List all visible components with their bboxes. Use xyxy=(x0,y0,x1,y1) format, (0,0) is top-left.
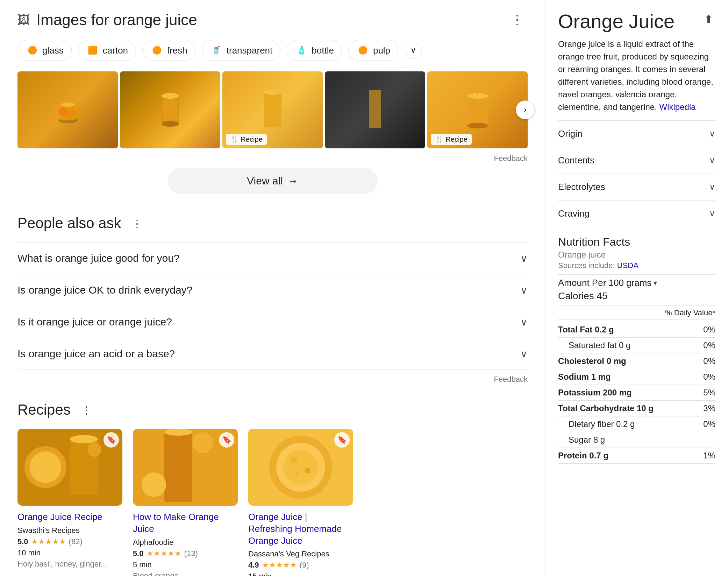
faq-item-2[interactable]: Is it orange juice or orange juice? ∨ xyxy=(17,306,528,338)
nutrition-label-5: Total Carbohydrate 10 g xyxy=(558,403,703,413)
paa-feedback-label[interactable]: Feedback xyxy=(17,375,528,384)
panel-section-origin-label: Origin xyxy=(558,128,582,139)
bookmark-button-0[interactable]: 🔖 xyxy=(104,432,119,448)
nutrition-divider-calories xyxy=(558,305,715,305)
bookmark-button-2[interactable]: 🔖 xyxy=(334,432,350,448)
panel-header: Orange Juice ⬆ xyxy=(558,10,715,32)
nutrition-subtitle: Orange juice xyxy=(558,250,715,260)
share-button[interactable]: ⬆ xyxy=(702,10,715,28)
nutrition-label-1: Saturated fat 0 g xyxy=(569,340,703,350)
usda-link[interactable]: USDA xyxy=(617,261,638,270)
faq-item-3[interactable]: Is orange juice an acid or a base? ∨ xyxy=(17,338,528,370)
panel-section-origin[interactable]: Origin ∨ xyxy=(558,121,715,147)
chip-carton-icon: 🟧 xyxy=(86,44,99,57)
rating-value-2: 4.9 xyxy=(248,561,259,570)
view-all-arrow: → xyxy=(288,175,298,187)
recipe-title-2[interactable]: Orange Juice | Refreshing Homemade Orang… xyxy=(248,511,353,547)
faq-item-0[interactable]: What is orange juice good for you? ∨ xyxy=(17,242,528,274)
chip-bottle-label: bottle xyxy=(312,45,334,56)
chip-carton[interactable]: 🟧 carton xyxy=(78,40,136,61)
nutrition-label-6: Dietary fiber 0.2 g xyxy=(569,419,703,429)
recipe-source-0: Swasthi's Recipes xyxy=(17,526,122,535)
amount-per-dropdown[interactable]: ▾ xyxy=(654,279,657,287)
faq-item-1[interactable]: Is orange juice OK to drink everyday? ∨ xyxy=(17,274,528,306)
image-icon: 🖼 xyxy=(17,13,30,27)
panel-chevron-craving: ∨ xyxy=(709,209,715,218)
recipe-title-1[interactable]: How to Make Orange Juice xyxy=(133,511,238,535)
image-cell-2[interactable] xyxy=(120,71,220,148)
right-panel: Orange Juice ⬆ Orange juice is a liquid … xyxy=(545,0,728,576)
nutrition-label-2: Cholesterol 0 mg xyxy=(558,356,703,366)
chip-carton-label: carton xyxy=(103,45,128,56)
svg-point-28 xyxy=(142,472,166,497)
images-header: 🖼 Images for orange juice ⋮ xyxy=(17,10,528,29)
chip-glass-icon: 🟠 xyxy=(26,44,39,57)
nutrition-pct-0: 0% xyxy=(703,325,715,335)
recipe-card-1[interactable]: 🔖 How to Make Orange Juice Alphafoodie 5… xyxy=(133,429,238,576)
paa-menu-button[interactable]: ⋮ xyxy=(128,215,147,232)
recipes-menu-button[interactable]: ⋮ xyxy=(77,402,96,418)
svg-point-16 xyxy=(467,123,488,128)
nutrition-pct-4: 5% xyxy=(703,388,715,398)
header-more-options-button[interactable]: ⋮ xyxy=(507,10,528,29)
nutrition-pct-2: 0% xyxy=(703,356,715,366)
dv-header: % Daily Value* xyxy=(558,308,715,320)
faq-question-3: Is orange juice an acid or a base? xyxy=(17,348,175,360)
faq-question-1: Is orange juice OK to drink everyday? xyxy=(17,284,192,296)
chip-glass[interactable]: 🟠 glass xyxy=(17,40,72,61)
chip-transparent[interactable]: 🥤 transparent xyxy=(202,40,281,61)
chips-expand-button[interactable]: ∨ xyxy=(405,42,422,59)
rating-count-2: (9) xyxy=(300,561,309,570)
image-grid-next-button[interactable]: › xyxy=(516,100,535,119)
chip-transparent-icon: 🥤 xyxy=(210,44,223,57)
faq-chevron-1: ∨ xyxy=(520,285,528,296)
nutrition-pct-5: 3% xyxy=(703,403,715,413)
nutrition-divider-top xyxy=(558,274,715,275)
svg-rect-8 xyxy=(163,99,178,121)
panel-section-craving[interactable]: Craving ∨ xyxy=(558,201,715,227)
chip-fresh-icon: 🟠 xyxy=(150,44,164,57)
nutrition-row-6: Dietary fiber 0.2 g 0% xyxy=(558,416,715,432)
rating-count-0: (82) xyxy=(69,537,83,546)
chip-fresh[interactable]: 🟠 fresh xyxy=(142,40,195,61)
recipe-badge-3: 🍴 Recipe xyxy=(226,134,267,145)
svg-point-20 xyxy=(30,451,61,483)
image-cell-4[interactable] xyxy=(325,71,425,148)
images-title: Images for orange juice xyxy=(36,11,197,29)
recipes-section: Recipes ⋮ 🔖 Orange Juice Recipe xyxy=(17,401,528,576)
svg-rect-25 xyxy=(164,432,192,502)
panel-chevron-origin: ∨ xyxy=(709,129,715,139)
recipe-card-2[interactable]: 🔖 Orange Juice | Refreshing Homemade Ora… xyxy=(248,429,353,576)
faq-chevron-3: ∨ xyxy=(520,348,528,360)
svg-rect-14 xyxy=(467,96,488,126)
nutrition-row-4: Potassium 200 mg 5% xyxy=(558,385,715,401)
svg-point-27 xyxy=(192,432,213,453)
recipe-thumb-1: 🔖 xyxy=(133,429,238,506)
nutrition-row-2: Cholesterol 0 mg 0% xyxy=(558,353,715,369)
faq-question-0: What is orange juice good for you? xyxy=(17,252,180,264)
panel-title: Orange Juice xyxy=(558,10,675,32)
wikipedia-link[interactable]: Wikipedia xyxy=(659,102,696,112)
chip-pulp-label: pulp xyxy=(373,45,390,56)
nutrition-row-5: Total Carbohydrate 10 g 3% xyxy=(558,401,715,416)
left-panel: 🖼 Images for orange juice ⋮ 🟠 glass 🟧 ca… xyxy=(0,0,545,576)
panel-section-contents[interactable]: Contents ∨ xyxy=(558,147,715,174)
rating-count-1: (13) xyxy=(184,549,198,558)
image-cell-5[interactable]: 🍴 Recipe xyxy=(427,71,528,148)
recipe-card-0[interactable]: 🔖 Orange Juice Recipe Swasthi's Recipes … xyxy=(17,429,122,576)
chip-pulp[interactable]: 🟠 pulp xyxy=(348,40,398,61)
image-feedback-label[interactable]: Feedback xyxy=(17,154,528,163)
bookmark-button-1[interactable]: 🔖 xyxy=(219,432,234,448)
image-cell-1[interactable] xyxy=(17,71,118,148)
panel-chevron-contents: ∨ xyxy=(709,155,715,165)
image-cell-3[interactable]: 🍴 Recipe xyxy=(222,71,323,148)
recipe-time-2: 15 min xyxy=(248,572,353,576)
recipe-rating-0: 5.0 ★★★★★ (82) xyxy=(17,537,122,546)
rating-stars-1: ★★★★★ xyxy=(147,549,181,558)
svg-rect-9 xyxy=(264,92,281,127)
panel-section-electrolytes[interactable]: Electrolytes ∨ xyxy=(558,174,715,201)
view-all-button[interactable]: View all → xyxy=(168,168,378,194)
svg-point-7 xyxy=(162,121,179,127)
chip-bottle[interactable]: 🧴 bottle xyxy=(287,40,342,61)
recipe-title-0[interactable]: Orange Juice Recipe xyxy=(17,511,122,523)
